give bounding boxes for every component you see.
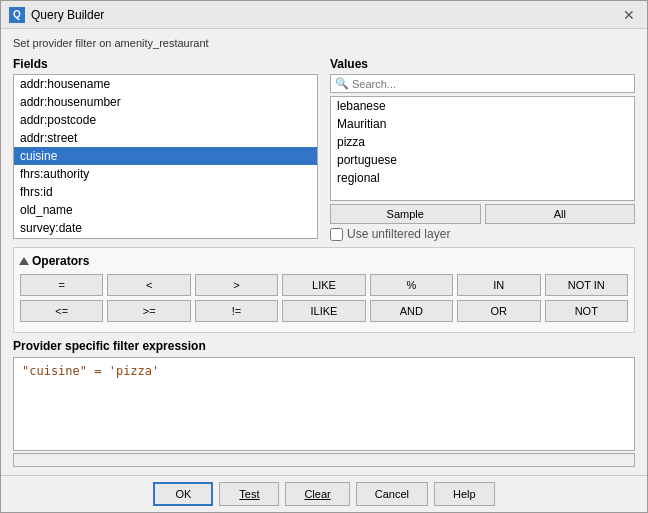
fields-list-item[interactable]: fhrs:id <box>14 183 317 201</box>
title-bar: Q Query Builder ✕ <box>1 1 647 29</box>
clear-button[interactable]: Clear <box>285 482 349 506</box>
search-box: 🔍 <box>330 74 635 93</box>
cancel-button[interactable]: Cancel <box>356 482 428 506</box>
operator-button[interactable]: OR <box>457 300 540 322</box>
collapse-icon <box>19 257 29 265</box>
operator-button[interactable]: >= <box>107 300 190 322</box>
query-builder-window: Q Query Builder ✕ Set provider filter on… <box>0 0 648 513</box>
values-list[interactable]: lebaneseMauritianpizzaportugueseregional <box>330 96 635 201</box>
operators-section: Operators =<>LIKE%INNOT IN <=>=!=ILIKEAN… <box>13 247 635 333</box>
search-input[interactable] <box>352 78 630 90</box>
fields-values-row: Fields addr:housenameaddr:housenumberadd… <box>13 57 635 241</box>
operator-button[interactable]: % <box>370 274 453 296</box>
use-unfiltered-label: Use unfiltered layer <box>347 227 450 241</box>
operator-button[interactable]: ILIKE <box>282 300 365 322</box>
sample-button[interactable]: Sample <box>330 204 481 224</box>
fields-list-item[interactable]: fhrs:authority <box>14 165 317 183</box>
values-list-item[interactable]: lebanese <box>331 97 634 115</box>
fields-label: Fields <box>13 57 318 71</box>
fields-list-item[interactable]: survey:date <box>14 219 317 237</box>
expression-label: Provider specific filter expression <box>13 339 635 353</box>
fields-list-item[interactable]: toilets <box>14 237 317 239</box>
title-bar-left: Q Query Builder <box>9 7 104 23</box>
operator-button[interactable]: != <box>195 300 278 322</box>
fields-list-item[interactable]: addr:street <box>14 129 317 147</box>
operator-button[interactable]: NOT IN <box>545 274 628 296</box>
values-list-item[interactable]: portuguese <box>331 151 634 169</box>
close-button[interactable]: ✕ <box>619 5 639 25</box>
operator-button[interactable]: > <box>195 274 278 296</box>
operator-button[interactable]: = <box>20 274 103 296</box>
operator-button[interactable]: <= <box>20 300 103 322</box>
app-icon: Q <box>9 7 25 23</box>
fields-section: Fields addr:housenameaddr:housenumberadd… <box>13 57 318 241</box>
values-label: Values <box>330 57 635 71</box>
use-unfiltered-row: Use unfiltered layer <box>330 227 635 241</box>
fields-list-item[interactable]: addr:housenumber <box>14 93 317 111</box>
operators-row2: <=>=!=ILIKEANDORNOT <box>20 300 628 322</box>
fields-list-item[interactable]: addr:housename <box>14 75 317 93</box>
fields-list[interactable]: addr:housenameaddr:housenumberaddr:postc… <box>13 74 318 239</box>
fields-list-item[interactable]: cuisine <box>14 147 317 165</box>
expression-scrollbar[interactable] <box>13 453 635 467</box>
operator-button[interactable]: IN <box>457 274 540 296</box>
all-button[interactable]: All <box>485 204 636 224</box>
values-buttons: Sample All <box>330 204 635 224</box>
operators-header[interactable]: Operators <box>20 254 628 268</box>
fields-list-item[interactable]: old_name <box>14 201 317 219</box>
expression-area[interactable]: "cuisine" = 'pizza' <box>13 357 635 451</box>
main-content: Set provider filter on amenity_restauran… <box>1 29 647 475</box>
fields-list-item[interactable]: addr:postcode <box>14 111 317 129</box>
operator-button[interactable]: < <box>107 274 190 296</box>
values-section: Values 🔍 lebaneseMauritianpizzaportugues… <box>330 57 635 241</box>
operator-button[interactable]: LIKE <box>282 274 365 296</box>
values-list-item[interactable]: regional <box>331 169 634 187</box>
subtitle: Set provider filter on amenity_restauran… <box>13 37 635 49</box>
operator-button[interactable]: NOT <box>545 300 628 322</box>
bottom-bar: OK Test Clear Cancel Help <box>1 475 647 512</box>
values-list-item[interactable]: Mauritian <box>331 115 634 133</box>
operators-label: Operators <box>32 254 89 268</box>
operators-row1: =<>LIKE%INNOT IN <box>20 274 628 296</box>
operator-button[interactable]: AND <box>370 300 453 322</box>
expression-section: Provider specific filter expression "cui… <box>13 339 635 467</box>
search-icon: 🔍 <box>335 77 349 90</box>
test-button[interactable]: Test <box>219 482 279 506</box>
window-title: Query Builder <box>31 8 104 22</box>
use-unfiltered-checkbox[interactable] <box>330 228 343 241</box>
ok-button[interactable]: OK <box>153 482 213 506</box>
values-list-item[interactable]: pizza <box>331 133 634 151</box>
help-button[interactable]: Help <box>434 482 495 506</box>
